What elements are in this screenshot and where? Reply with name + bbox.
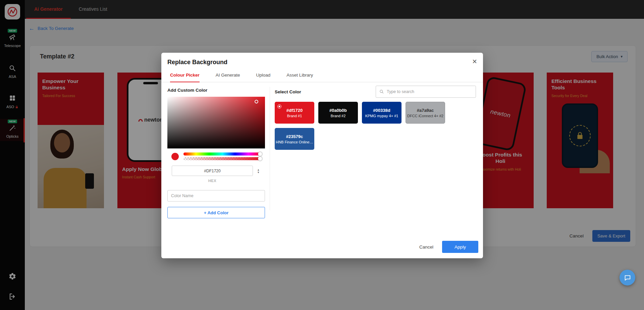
hue-slider[interactable] bbox=[183, 152, 262, 156]
add-custom-color-heading: Add Custom Color bbox=[167, 88, 265, 93]
swatch-hex: #0a0b0b bbox=[329, 108, 347, 113]
chat-icon bbox=[624, 274, 631, 281]
replace-background-modal: Replace Background × Colour Picker AI Ge… bbox=[161, 53, 483, 258]
modal-cancel-button[interactable]: Cancel bbox=[419, 245, 433, 250]
tab-asset-library[interactable]: Asset Library bbox=[286, 73, 313, 82]
current-color-swatch bbox=[171, 153, 179, 160]
alpha-knob[interactable] bbox=[258, 157, 262, 161]
color-swatch-kpmg[interactable]: #00338d KPMG mypay 4+ #1 bbox=[362, 102, 401, 124]
hex-label: HEX bbox=[172, 179, 253, 183]
swatch-name: HNB Finance Online… bbox=[276, 140, 313, 144]
saturation-cursor[interactable] bbox=[255, 100, 258, 103]
add-color-button[interactable]: + Add Color bbox=[167, 207, 265, 218]
hex-input[interactable] bbox=[172, 166, 253, 176]
swatch-name: DFCC iConnect 4+ #2 bbox=[407, 114, 443, 118]
tab-ai-generate[interactable]: AI Generate bbox=[216, 73, 240, 82]
close-icon[interactable]: × bbox=[472, 57, 477, 65]
saturation-picker[interactable] bbox=[167, 97, 265, 148]
modal-tabs: Colour Picker AI Generate Upload Asset L… bbox=[161, 73, 483, 82]
alpha-slider[interactable] bbox=[183, 157, 262, 160]
swatch-hex: #df1720 bbox=[286, 108, 303, 113]
color-name-input[interactable] bbox=[167, 190, 265, 202]
search-box bbox=[376, 86, 476, 98]
tab-colour-picker[interactable]: Colour Picker bbox=[170, 73, 200, 82]
swatch-grid: #df1720 Brand #1 #0a0b0b Brand #2 #00338… bbox=[275, 102, 449, 150]
color-swatch-brand-2[interactable]: #0a0b0b Brand #2 bbox=[318, 102, 358, 124]
color-swatch-hnb[interactable]: #23579c HNB Finance Online… bbox=[275, 128, 314, 150]
select-color-heading: Select Color bbox=[275, 89, 301, 94]
swatch-hex: #a7a9ac bbox=[417, 108, 434, 113]
swatch-name: Brand #2 bbox=[331, 114, 346, 118]
color-swatch-brand-1[interactable]: #df1720 Brand #1 bbox=[275, 102, 314, 124]
tab-upload[interactable]: Upload bbox=[256, 73, 271, 82]
apply-button[interactable]: Apply bbox=[442, 241, 478, 253]
swatch-name: KPMG mypay 4+ #1 bbox=[365, 114, 398, 118]
modal-title: Replace Background bbox=[167, 59, 477, 66]
search-input[interactable] bbox=[387, 89, 472, 94]
hex-stepper[interactable]: ▴ ▾ bbox=[258, 168, 259, 174]
swatch-name: Brand #1 bbox=[287, 114, 302, 118]
color-swatch-dfcc[interactable]: #a7a9ac DFCC iConnect 4+ #2 bbox=[406, 102, 445, 124]
swatch-hex: #00338d bbox=[373, 108, 390, 113]
chat-widget-button[interactable] bbox=[620, 270, 635, 285]
stepper-down-icon[interactable]: ▾ bbox=[258, 171, 259, 174]
app-root: NEW Telescope ASA ASO NEW bbox=[0, 0, 644, 310]
selected-radio-icon bbox=[277, 104, 281, 108]
search-icon bbox=[379, 89, 384, 94]
swatch-hex: #23579c bbox=[286, 134, 303, 139]
hue-knob[interactable] bbox=[258, 152, 262, 156]
